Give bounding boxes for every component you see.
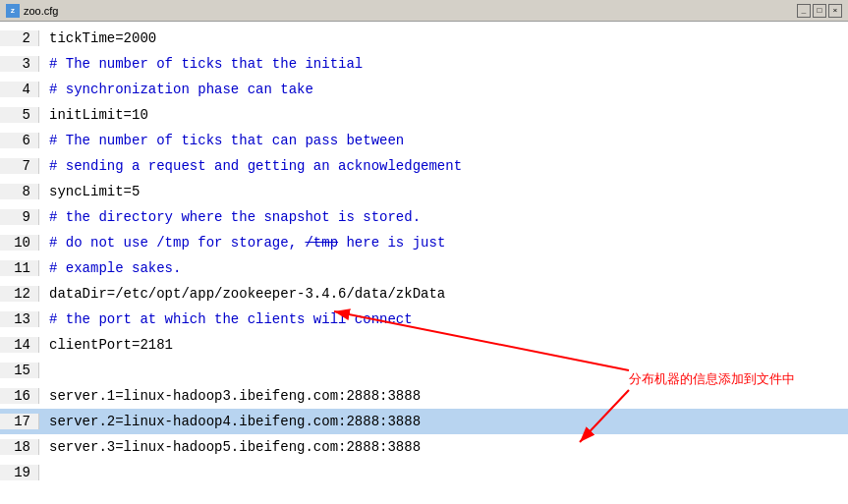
line-number-8: 8 (0, 184, 39, 199)
file-icon: z (6, 4, 20, 18)
line-content-10[interactable]: # do not use /tmp for storage, /tmp here… (39, 235, 445, 251)
title-bar: z zoo.cfg _ □ × (0, 0, 848, 22)
line-number-16: 16 (0, 388, 39, 404)
editor-line-10: 10# do not use /tmp for storage, /tmp he… (0, 230, 848, 255)
editor-line-8: 8syncLimit=5 (0, 179, 848, 204)
editor-line-18: 18server.3=linux-hadoop5.ibeifeng.com:28… (0, 434, 848, 460)
close-button[interactable]: × (828, 4, 842, 18)
editor-line-4: 4# synchronization phase can take (0, 77, 848, 102)
line-number-10: 10 (0, 235, 39, 251)
line-content-18[interactable]: server.3=linux-hadoop5.ibeifeng.com:2888… (39, 439, 421, 455)
editor-line-17: 17server.2=linux-hadoop4.ibeifeng.com:28… (0, 409, 848, 434)
editor-line-3: 3# The number of ticks that the initial (0, 51, 848, 77)
line-number-18: 18 (0, 439, 39, 455)
window-controls[interactable]: _ □ × (797, 4, 842, 18)
annotation-text: 分布机器的信息添加到文件中 (629, 370, 795, 388)
editor-line-19: 19 (0, 460, 848, 485)
line-number-17: 17 (0, 414, 39, 429)
editor-line-2: 2tickTime=2000 (0, 26, 848, 51)
editor-line-5: 5initLimit=10 (0, 102, 848, 128)
line-content-3[interactable]: # The number of ticks that the initial (39, 56, 363, 72)
line-number-12: 12 (0, 286, 39, 302)
editor-line-7: 7# sending a request and getting an ackn… (0, 153, 848, 179)
line-content-4[interactable]: # synchronization phase can take (39, 82, 313, 97)
editor-line-6: 6# The number of ticks that can pass bet… (0, 128, 848, 153)
line-number-3: 3 (0, 56, 39, 72)
line-number-4: 4 (0, 82, 39, 97)
line-number-6: 6 (0, 133, 39, 148)
line-number-2: 2 (0, 30, 39, 46)
editor-area: 2tickTime=20003# The number of ticks tha… (0, 22, 848, 504)
editor-line-12: 12dataDir=/etc/opt/app/zookeeper-3.4.6/d… (0, 281, 848, 307)
line-content-8[interactable]: syncLimit=5 (39, 184, 140, 199)
line-content-11[interactable]: # example sakes. (39, 260, 181, 276)
line-content-16[interactable]: server.1=linux-hadoop3.ibeifeng.com:2888… (39, 388, 421, 404)
editor-line-9: 9# the directory where the snapshot is s… (0, 204, 848, 230)
line-number-11: 11 (0, 260, 39, 276)
line-number-9: 9 (0, 209, 39, 225)
line-number-5: 5 (0, 107, 39, 123)
line-content-17[interactable]: server.2=linux-hadoop4.ibeifeng.com:2888… (39, 414, 421, 429)
minimize-button[interactable]: _ (797, 4, 811, 18)
line-number-15: 15 (0, 363, 39, 378)
line-content-5[interactable]: initLimit=10 (39, 107, 148, 123)
line-content-6[interactable]: # The number of ticks that can pass betw… (39, 133, 404, 148)
line-content-12[interactable]: dataDir=/etc/opt/app/zookeeper-3.4.6/dat… (39, 286, 445, 302)
editor-line-14: 14clientPort=2181 (0, 332, 848, 358)
line-content-13[interactable]: # the port at which the clients will con… (39, 311, 413, 327)
line-number-19: 19 (0, 465, 39, 480)
line-number-7: 7 (0, 158, 39, 174)
line-content-7[interactable]: # sending a request and getting an ackno… (39, 158, 462, 174)
line-number-14: 14 (0, 337, 39, 353)
line-content-14[interactable]: clientPort=2181 (39, 337, 173, 353)
editor-line-11: 11# example sakes. (0, 255, 848, 281)
line-content-9[interactable]: # the directory where the snapshot is st… (39, 209, 421, 225)
title-text: zoo.cfg (24, 5, 58, 17)
editor-line-13: 13# the port at which the clients will c… (0, 307, 848, 332)
line-number-13: 13 (0, 311, 39, 327)
maximize-button[interactable]: □ (813, 4, 826, 18)
line-content-2[interactable]: tickTime=2000 (39, 30, 156, 46)
